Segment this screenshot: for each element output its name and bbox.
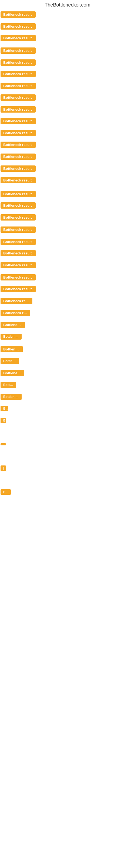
bottleneck-badge-12: Bottleneck result — [1, 154, 36, 160]
bottleneck-badge-27: Bottleneck — [1, 334, 21, 340]
bottleneck-badge-16: Bottleneck result — [1, 203, 36, 209]
bottleneck-badge-30: Bottleneck re — [1, 370, 24, 376]
bottleneck-badge-17: Bottleneck result — [1, 214, 36, 220]
bottleneck-badge-15: Bottleneck result — [1, 191, 36, 197]
bottleneck-badge-1: Bottleneck result — [1, 23, 36, 30]
bottleneck-badge-22: Bottleneck result — [1, 274, 36, 280]
bottleneck-badge-31: Bottlen — [1, 382, 16, 388]
bottleneck-badge-24: Bottleneck result — [1, 298, 32, 304]
bottleneck-badge-29: Bottlenec — [1, 358, 19, 364]
site-title: TheBottlenecker.com — [0, 0, 135, 9]
bottleneck-badge-36: | — [1, 465, 6, 471]
bottleneck-badge-14: Bottleneck result — [1, 177, 36, 183]
bottleneck-badge-25: Bottleneck result — [1, 310, 30, 316]
bottleneck-badge-23: Bottleneck result — [1, 286, 36, 292]
bottleneck-badge-20: Bottleneck result — [1, 250, 36, 256]
bottleneck-badge-0: Bottleneck result — [1, 11, 36, 18]
bottleneck-badge-18: Bottleneck result — [1, 226, 36, 233]
bottleneck-badge-11: Bottleneck result — [1, 142, 36, 148]
bottleneck-badge-10: Bottleneck result — [1, 130, 36, 136]
bottleneck-badge-3: Bottleneck result — [1, 48, 36, 54]
bottleneck-badge-4: Bottleneck result — [1, 59, 36, 66]
bottleneck-badge-5: Bottleneck result — [1, 71, 36, 77]
bottleneck-badge-26: Bottleneck result — [1, 322, 25, 328]
bottleneck-badge-37: Bott — [1, 489, 11, 495]
bottleneck-badge-28: Bottleneck r — [1, 346, 23, 352]
bottleneck-badge-2: Bottleneck result — [1, 35, 36, 41]
bottleneck-badge-34: B — [1, 418, 6, 423]
bottleneck-badge-7: Bottleneck result — [1, 94, 36, 101]
bottleneck-badge-13: Bottleneck result — [1, 165, 36, 172]
bottleneck-badge-21: Bottleneck result — [1, 262, 36, 268]
bottleneck-badge-32: Bottleneck — [1, 394, 21, 400]
bottleneck-badge-9: Bottleneck result — [1, 118, 36, 124]
bottleneck-badge-35 — [1, 443, 6, 445]
bottleneck-badge-6: Bottleneck result — [1, 83, 36, 89]
bottleneck-badge-33: Bo — [1, 406, 8, 411]
bottleneck-badge-19: Bottleneck result — [1, 239, 36, 245]
bottleneck-badge-8: Bottleneck result — [1, 106, 36, 113]
